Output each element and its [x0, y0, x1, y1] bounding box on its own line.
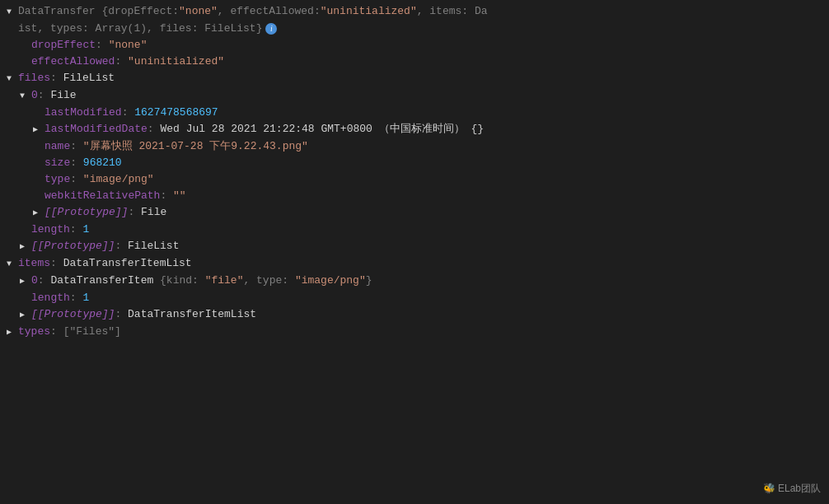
files-type: FileList [63, 71, 115, 86]
types-arrow[interactable] [7, 325, 16, 340]
proto-filelist-key: [[Prototype]] [31, 239, 115, 254]
type-value: "image/png" [83, 172, 154, 187]
proto-file-key: [[Prototype]] [44, 205, 128, 220]
size-line: size : 968210 [0, 155, 829, 171]
item0-type: DataTransferItem [50, 273, 160, 288]
webkitpath-key: webkitRelativePath [44, 189, 160, 203]
item0-key: 0 [31, 273, 38, 288]
webkitpath-value: "" [173, 189, 186, 203]
lastmodified-line: lastModified : 1627478568697 [0, 105, 829, 121]
webkitpath-line: webkitRelativePath : "" [0, 188, 829, 204]
items-line: items : DataTransferItemList [0, 255, 829, 273]
proto-file-line: [[Prototype]] : File [0, 204, 829, 222]
size-value: 968210 [83, 156, 122, 170]
header-line2: ist, types: Array(1), files: FileList} i [0, 21, 829, 37]
items-key: items [18, 256, 50, 271]
filelist-length-line: length : 1 [0, 222, 829, 238]
item0-arrow[interactable] [20, 274, 30, 289]
size-key: size [44, 156, 70, 170]
file0-line: 0 : File [0, 87, 829, 105]
item0-line: 0 : DataTransferItem {kind: "file", type… [0, 273, 829, 290]
files-line: files : FileList [0, 70, 829, 87]
header-uninitialized: "uninitialized" [321, 4, 417, 19]
type-key: type [44, 172, 70, 187]
type-line: type : "image/png" [0, 171, 829, 188]
proto-filelist-arrow[interactable] [20, 240, 30, 254]
file0-type: File [50, 88, 76, 103]
dropeffect-key: dropEffect [31, 38, 96, 53]
proto-itemlist-type: DataTransferItemList [128, 307, 256, 322]
proto-file-arrow[interactable] [33, 206, 43, 221]
proto-file-type: File [141, 205, 166, 220]
effectallowed-key: effectAllowed [31, 54, 115, 69]
proto-filelist-type: FileList [128, 239, 179, 254]
items-length-line: length : 1 [0, 290, 829, 306]
proto-itemlist-line: [[Prototype]] : DataTransferItemList [0, 306, 829, 324]
lastmodified-value: 1627478568697 [134, 105, 218, 120]
file0-key: 0 [31, 88, 38, 103]
filelist-length-key: length [31, 222, 70, 237]
types-key: types [18, 324, 50, 339]
filelist-length-value: 1 [82, 222, 89, 237]
name-line: name : "屏幕快照 2021-07-28 下午9.22.43.png" [0, 138, 829, 155]
lastmodifieddate-arrow[interactable] [33, 123, 43, 138]
header-line: DataTransfer {dropEffect: "none", effect… [0, 3, 829, 21]
info-icon[interactable]: i [265, 23, 277, 35]
lastmodifieddate-key: lastModifiedDate [44, 122, 148, 137]
items-length-value: 1 [82, 291, 89, 306]
name-key: name [44, 139, 70, 154]
types-line: types : ["Files"] [0, 324, 829, 341]
proto-itemlist-arrow[interactable] [20, 308, 30, 323]
file0-arrow[interactable] [20, 89, 30, 104]
types-value: ["Files"] [63, 324, 121, 339]
header-arrow[interactable] [7, 5, 16, 20]
header-text: DataTransfer {dropEffect: [18, 4, 179, 19]
lastmodifieddate-value: Wed Jul 28 2021 21:22:48 GMT+0800 （中国标准时… [160, 122, 484, 137]
name-value: "屏幕快照 2021-07-28 下午9.22.43.png" [83, 139, 308, 154]
effectallowed-value: "uninitialized" [128, 54, 224, 69]
items-arrow[interactable] [7, 257, 16, 272]
lastmodifieddate-line: lastModifiedDate : Wed Jul 28 2021 21:22… [0, 121, 829, 138]
dropeffect-line: dropEffect : "none" [0, 37, 829, 54]
items-type: DataTransferItemList [63, 256, 192, 271]
header-none: "none" [179, 4, 218, 19]
effectallowed-line: effectAllowed : "uninitialized" [0, 54, 829, 70]
lastmodified-key: lastModified [44, 105, 122, 120]
dropeffect-value: "none" [109, 38, 148, 53]
console-panel: DataTransfer {dropEffect: "none", effect… [0, 0, 829, 504]
items-length-key: length [31, 291, 70, 306]
proto-itemlist-key: [[Prototype]] [31, 307, 115, 322]
watermark: 🐝 ELab团队 [763, 482, 821, 496]
files-arrow[interactable] [7, 72, 16, 86]
proto-filelist-line: [[Prototype]] : FileList [0, 238, 829, 255]
files-key: files [18, 71, 50, 86]
